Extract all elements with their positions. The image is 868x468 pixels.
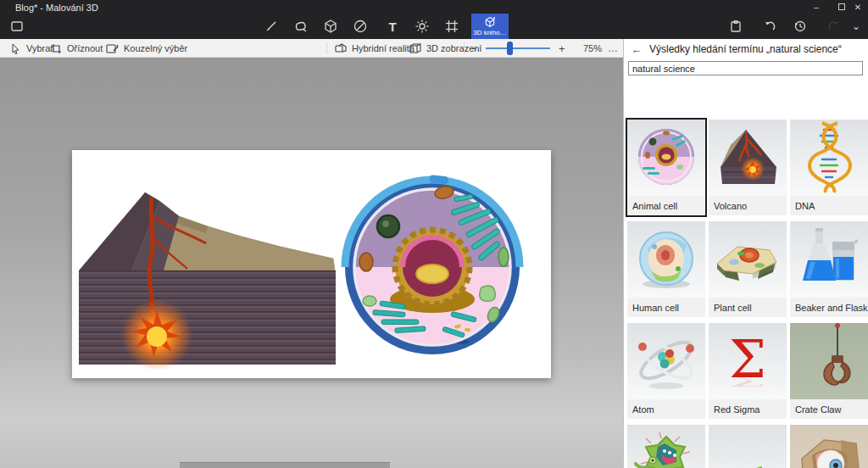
magic-select-label: Kouzelný výběr — [124, 43, 187, 53]
tile-human-cell-label: Human cell — [627, 298, 705, 317]
tile-atom[interactable]: Atom — [627, 323, 705, 419]
tile-beaker-flask-image — [790, 221, 868, 298]
tile-germ-image — [627, 425, 705, 468]
tile-dna[interactable]: DNA — [790, 120, 868, 215]
tile-wedge-image — [709, 425, 787, 468]
magic-select-button[interactable]: Kouzelný výběr — [106, 39, 187, 58]
shapes-2d-icon — [293, 19, 309, 34]
mixed-reality-button[interactable]: Hybridní realita — [335, 39, 415, 58]
tile-dna-image — [790, 120, 868, 196]
horizontal-scrollbar-thumb[interactable] — [180, 462, 390, 468]
paste-icon — [729, 20, 743, 33]
tile-red-sigma-image: Σ Σ — [709, 323, 787, 399]
tile-eye-model-image — [790, 425, 868, 468]
shapes-3d-button[interactable] — [315, 14, 346, 38]
tile-volcano-image — [709, 120, 787, 196]
tile-red-sigma[interactable]: Σ Σ Red Sigma — [709, 323, 787, 419]
volcano-model — [79, 192, 336, 370]
zoom-in-icon: + — [559, 42, 565, 55]
tile-unlabeled-eye-model[interactable] — [790, 425, 868, 468]
back-icon: ← — [632, 43, 643, 56]
tile-beaker-flask-label: Beaker and Flask — [790, 298, 868, 317]
close-button[interactable]: ✕ — [848, 0, 868, 14]
library-3d-button[interactable]: 3D kniho… — [471, 14, 509, 39]
effects-button[interactable] — [407, 14, 437, 38]
panel-header: ← Výsledky hledání termínu „natural scie… — [624, 39, 868, 59]
main-toolbar: T — [0, 14, 868, 39]
menu-icon — [11, 21, 23, 31]
tile-atom-label: Atom — [627, 399, 705, 419]
mixed-reality-label: Hybridní realita — [352, 43, 415, 53]
tile-human-cell-image — [627, 221, 705, 298]
tile-animal-cell-label: Animal cell — [627, 196, 705, 215]
restore-icon — [838, 3, 845, 10]
zoom-in-button[interactable]: + — [559, 39, 565, 58]
select-button[interactable]: Vybrat — [10, 39, 53, 58]
zoom-slider-track[interactable] — [486, 47, 550, 49]
shapes-3d-icon — [323, 19, 338, 34]
text-icon: T — [388, 20, 396, 34]
stickers-button[interactable] — [345, 14, 376, 38]
search-input[interactable] — [628, 61, 863, 75]
canvas-artwork — [72, 150, 551, 378]
drawing-canvas[interactable] — [72, 150, 551, 378]
menu-button[interactable] — [7, 16, 27, 36]
canvas-icon — [444, 19, 459, 34]
text-button[interactable]: T — [377, 14, 408, 38]
zoom-level-value: 75% — [583, 43, 602, 53]
zoom-level[interactable]: 75% — [583, 39, 602, 58]
tile-volcano-label: Volcano — [709, 196, 787, 215]
shapes-2d-button[interactable] — [286, 14, 316, 38]
panel-title: Výsledky hledání termínu „natural scienc… — [649, 43, 842, 55]
crop-label: Oříznout — [67, 43, 103, 53]
tile-plant-cell[interactable]: Plant cell — [709, 221, 787, 317]
chevron-down-icon: ⌄ — [852, 20, 860, 32]
tile-red-sigma-label: Red Sigma — [709, 399, 787, 419]
tile-plant-cell-label: Plant cell — [709, 298, 787, 317]
tile-human-cell[interactable]: Human cell — [627, 221, 705, 317]
more-options-button[interactable]: … — [608, 39, 618, 58]
redo-icon — [827, 20, 841, 33]
brush-icon — [264, 19, 279, 34]
undo-button[interactable] — [754, 14, 785, 38]
zoom-slider-thumb[interactable] — [507, 42, 513, 55]
tile-animal-cell[interactable]: Animal cell — [627, 120, 705, 215]
tile-unlabeled-germ[interactable] — [627, 425, 705, 468]
crop-button[interactable]: Oříznout — [51, 39, 103, 58]
canvas-button[interactable] — [437, 14, 467, 38]
tile-crate-claw[interactable]: Crate Claw — [790, 323, 868, 419]
tile-volcano[interactable]: Volcano — [709, 120, 787, 215]
header-bar: Blog* - Malování 3D – ✕ — [0, 0, 868, 39]
select-cursor-icon — [10, 43, 21, 54]
animal-cell-model — [345, 175, 520, 354]
tile-atom-image — [627, 323, 705, 399]
stickers-icon — [353, 19, 368, 34]
ribbon-toolbar: Vybrat Oříznout Kouzelný výběr Hybridní … — [0, 39, 624, 58]
tile-beaker-flask[interactable]: Beaker and Flask — [790, 221, 868, 317]
svg-text:Σ: Σ — [729, 371, 766, 390]
tile-plant-cell-image — [709, 221, 787, 298]
library-3d-icon — [484, 16, 496, 28]
window-title: Blog* - Malování 3D — [15, 3, 98, 13]
brushes-button[interactable] — [256, 14, 287, 38]
paint3d-window: Blog* - Malování 3D – ✕ — [0, 0, 868, 468]
ribbon-separator — [326, 42, 327, 54]
crop-icon — [51, 43, 62, 54]
zoom-out-button[interactable]: − — [470, 39, 477, 58]
paste-button[interactable] — [721, 14, 751, 38]
mixed-reality-icon — [335, 43, 347, 54]
toolbar-expand-button[interactable]: ⌄ — [844, 14, 868, 38]
ribbon-separator-2 — [464, 42, 465, 54]
tile-animal-cell-image — [627, 120, 705, 196]
tile-dna-label: DNA — [790, 196, 868, 215]
effects-icon — [415, 19, 430, 34]
undo-icon — [763, 20, 776, 33]
back-button[interactable]: ← — [624, 43, 649, 56]
tile-crate-claw-image — [790, 323, 868, 399]
tile-unlabeled-wedge[interactable] — [709, 425, 787, 468]
workspace[interactable] — [0, 58, 623, 468]
history-button[interactable] — [785, 14, 815, 38]
minimize-button[interactable]: – — [804, 0, 829, 14]
minimize-icon: – — [814, 3, 819, 12]
tile-crate-claw-label: Crate Claw — [790, 399, 868, 419]
